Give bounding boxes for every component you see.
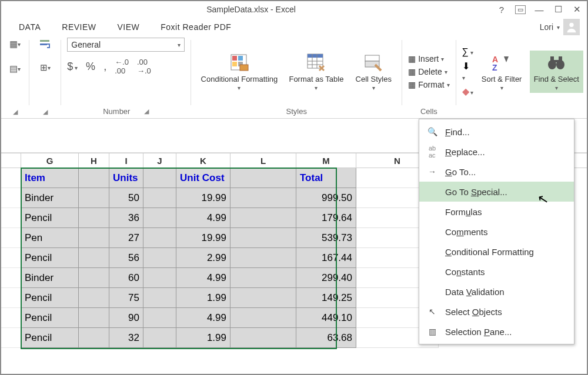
cell[interactable]: 167.44	[296, 248, 356, 268]
cell[interactable]	[79, 168, 109, 188]
cell[interactable]	[143, 208, 176, 228]
currency-button[interactable]: $ ▾	[67, 61, 78, 73]
maximize-icon[interactable]: ☐	[553, 4, 563, 15]
cell[interactable]: 179.64	[296, 208, 356, 228]
cell[interactable]: 4.99	[176, 208, 230, 228]
close-icon[interactable]: ✕	[572, 4, 582, 15]
ribbon-display-icon[interactable]: ▭	[515, 5, 526, 14]
comma-button[interactable]: ,	[103, 61, 106, 73]
cell[interactable]: Total	[296, 168, 356, 188]
cell[interactable]	[143, 328, 176, 348]
cell[interactable]: Pencil	[21, 208, 79, 228]
cell[interactable]: Units	[109, 168, 143, 188]
cell[interactable]	[79, 328, 109, 348]
menu-selection-pane[interactable]: ▥Selection Pane...	[419, 322, 574, 341]
col-header[interactable]: L	[230, 153, 296, 168]
menu-constants[interactable]: Constants	[419, 262, 574, 282]
cell[interactable]: 60	[109, 268, 143, 288]
cell[interactable]: Pencil	[21, 328, 79, 348]
cell[interactable]	[143, 288, 176, 308]
menu-comments[interactable]: Comments	[419, 222, 574, 242]
cell[interactable]: 4.99	[176, 308, 230, 328]
cell[interactable]	[230, 288, 296, 308]
icon-partial-1[interactable]: ▦▾	[9, 38, 22, 51]
fill-button[interactable]: ⬇ ▾	[462, 61, 474, 82]
merge-icon[interactable]: ⊞▾	[39, 61, 52, 74]
cell[interactable]: 449.10	[296, 308, 356, 328]
cell[interactable]	[79, 268, 109, 288]
menu-find[interactable]: 🔍Find...	[419, 122, 574, 142]
cell[interactable]	[230, 248, 296, 268]
cell[interactable]: 90	[109, 308, 143, 328]
format-button[interactable]: ▦Format ▾	[408, 80, 449, 89]
tab-data[interactable]: DATA	[8, 20, 51, 34]
percent-button[interactable]: %	[86, 61, 95, 73]
cell[interactable]	[79, 208, 109, 228]
delete-button[interactable]: ▦Delete ▾	[408, 67, 449, 76]
cell[interactable]	[230, 188, 296, 208]
cell[interactable]	[230, 168, 296, 188]
cell[interactable]: 32	[109, 328, 143, 348]
cell[interactable]: Pencil	[21, 288, 79, 308]
conditional-formatting-button[interactable]: Conditional Formatting ▾	[197, 51, 281, 93]
dialog-launcher-icon[interactable]: ◢	[13, 108, 18, 116]
cell[interactable]: 63.68	[296, 328, 356, 348]
cell[interactable]	[143, 308, 176, 328]
menu-formulas[interactable]: Formulas	[419, 202, 574, 222]
autosum-button[interactable]: ∑ ▾	[462, 46, 474, 57]
cell[interactable]: 149.25	[296, 288, 356, 308]
cell[interactable]: 50	[109, 188, 143, 208]
col-header[interactable]: M	[296, 153, 356, 168]
cell[interactable]	[79, 288, 109, 308]
cell[interactable]: 1.99	[176, 328, 230, 348]
cell[interactable]	[143, 248, 176, 268]
account-menu[interactable]: Lori ▾	[540, 19, 580, 35]
cell[interactable]	[230, 308, 296, 328]
cell[interactable]	[230, 208, 296, 228]
cell[interactable]	[79, 228, 109, 248]
cell[interactable]	[143, 168, 176, 188]
cell[interactable]: 19.99	[176, 188, 230, 208]
cell-styles-button[interactable]: Cell Styles ▾	[351, 51, 396, 93]
dialog-launcher-icon[interactable]: ◢	[43, 108, 48, 116]
wrap-text-icon[interactable]	[39, 38, 52, 51]
col-header[interactable]: G	[21, 153, 79, 168]
cell[interactable]: 539.73	[296, 228, 356, 248]
cell[interactable]	[230, 268, 296, 288]
menu-select-objects[interactable]: ↖Select Objects	[419, 302, 574, 322]
cell[interactable]: Binder	[21, 188, 79, 208]
cell[interactable]: Unit Cost	[176, 168, 230, 188]
tab-foxit[interactable]: Foxit Reader PDF	[150, 20, 242, 34]
cell[interactable]	[143, 228, 176, 248]
col-header[interactable]: J	[143, 153, 176, 168]
icon-partial-2[interactable]: ▤▾	[9, 62, 22, 75]
cell[interactable]: 19.99	[176, 228, 230, 248]
menu-data-validation[interactable]: Data Validation	[419, 282, 574, 302]
cell[interactable]: Item	[21, 168, 79, 188]
cell[interactable]: 56	[109, 248, 143, 268]
tab-review[interactable]: REVIEW	[51, 20, 106, 34]
number-format-select[interactable]: General ▾	[67, 38, 185, 52]
col-header[interactable]: H	[79, 153, 109, 168]
tab-view[interactable]: VIEW	[107, 20, 151, 34]
cell[interactable]: 1.99	[176, 288, 230, 308]
sort-filter-button[interactable]: AZ Sort & Filter ▾	[477, 51, 526, 93]
decrease-decimal-button[interactable]: .00→.0	[137, 58, 151, 75]
cell[interactable]: 999.50	[296, 188, 356, 208]
insert-button[interactable]: ▦Insert ▾	[408, 54, 449, 63]
cell[interactable]: 36	[109, 208, 143, 228]
dialog-launcher-icon[interactable]: ◢	[144, 108, 149, 115]
cell[interactable]: 27	[109, 228, 143, 248]
cell[interactable]: 4.99	[176, 268, 230, 288]
help-icon[interactable]: ?	[496, 5, 507, 15]
col-header[interactable]: I	[109, 153, 143, 168]
cell[interactable]	[230, 228, 296, 248]
cell[interactable]	[143, 188, 176, 208]
cell[interactable]	[143, 268, 176, 288]
cell[interactable]	[79, 188, 109, 208]
find-select-button[interactable]: Find & Select ▾	[530, 51, 583, 93]
cell[interactable]: 299.40	[296, 268, 356, 288]
cell[interactable]: Pencil	[21, 308, 79, 328]
cell[interactable]	[79, 308, 109, 328]
cell[interactable]	[230, 328, 296, 348]
